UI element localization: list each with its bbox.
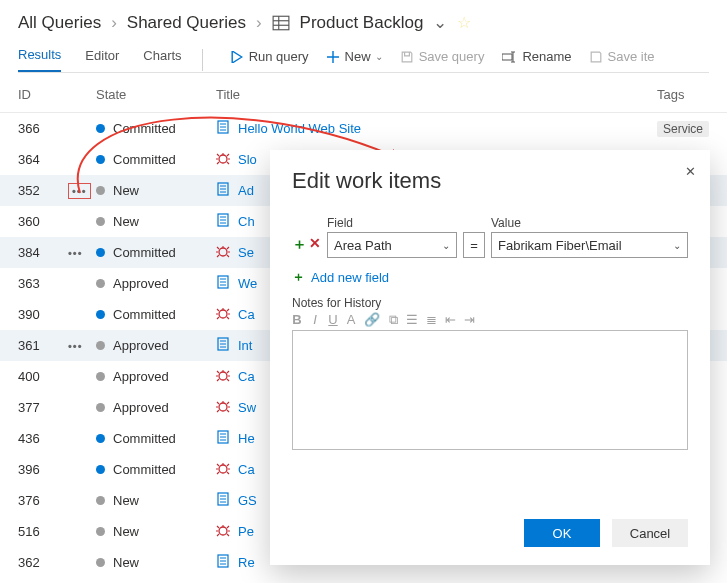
rte-btn-4[interactable]: 🔗 xyxy=(364,312,380,328)
cell-state: New xyxy=(96,214,216,229)
state-dot-icon xyxy=(96,496,105,505)
cell-state: Approved xyxy=(96,276,216,291)
svg-rect-4 xyxy=(502,54,512,60)
dialog-title: Edit work items xyxy=(292,168,688,194)
cell-state: Approved xyxy=(96,400,216,415)
cell-state: Committed xyxy=(96,462,216,477)
save-query-button[interactable]: Save query xyxy=(401,49,485,64)
cell-id: 516 xyxy=(18,524,68,539)
add-clause-icon[interactable]: ＋ xyxy=(292,235,307,254)
row-actions[interactable]: ••• xyxy=(68,183,96,198)
rename-button[interactable]: Rename xyxy=(502,49,571,64)
save-as-icon xyxy=(590,51,602,63)
cell-id: 360 xyxy=(18,214,68,229)
state-dot-icon xyxy=(96,186,105,195)
cell-id: 362 xyxy=(18,555,68,570)
favorite-star-icon[interactable]: ☆ xyxy=(457,13,471,32)
rte-btn-0[interactable]: B xyxy=(292,312,302,328)
bug-icon xyxy=(216,368,230,385)
cell-tags: Service xyxy=(657,121,727,136)
breadcrumb-folder[interactable]: Shared Queries xyxy=(127,13,246,33)
breadcrumb-query[interactable]: Product Backlog xyxy=(300,13,424,33)
tab-charts[interactable]: Charts xyxy=(143,48,181,71)
rte-btn-8[interactable]: ⇤ xyxy=(445,312,456,328)
svg-point-9 xyxy=(219,155,227,163)
rte-btn-9[interactable]: ⇥ xyxy=(464,312,475,328)
svg-point-29 xyxy=(219,403,227,411)
breadcrumb-root[interactable]: All Queries xyxy=(18,13,101,33)
cell-state: Committed xyxy=(96,245,216,260)
cell-state: Committed xyxy=(96,431,216,446)
rte-btn-5[interactable]: ⧉ xyxy=(388,312,398,328)
value-dropdown[interactable]: Fabrikam Fiber\Email ⌄ xyxy=(491,232,688,258)
table-row[interactable]: 366CommittedHello World Web SiteService xyxy=(0,113,727,144)
field-label: Field xyxy=(327,216,457,230)
row-actions[interactable]: ••• xyxy=(68,245,96,260)
tab-results[interactable]: Results xyxy=(18,47,61,72)
pbi-icon xyxy=(216,430,230,447)
plus-icon: ＋ xyxy=(292,268,305,286)
rte-btn-7[interactable]: ≣ xyxy=(426,312,437,328)
state-dot-icon xyxy=(96,279,105,288)
ellipsis-icon[interactable]: ••• xyxy=(68,183,91,199)
ok-button[interactable]: OK xyxy=(524,519,600,547)
state-dot-icon xyxy=(96,310,105,319)
cell-id: 400 xyxy=(18,369,68,384)
operator-dropdown[interactable]: = xyxy=(463,232,485,258)
cell-id: 377 xyxy=(18,400,68,415)
cell-state: New xyxy=(96,555,216,570)
cell-state: New xyxy=(96,183,216,198)
rename-icon xyxy=(502,51,516,63)
svg-rect-0 xyxy=(273,16,289,30)
ellipsis-icon[interactable]: ••• xyxy=(68,247,83,259)
col-tags[interactable]: Tags xyxy=(657,87,727,102)
notes-textarea[interactable] xyxy=(292,330,688,450)
bug-icon xyxy=(216,151,230,168)
close-icon[interactable]: ✕ xyxy=(685,164,696,179)
pbi-icon xyxy=(216,120,230,137)
pbi-icon xyxy=(216,554,230,571)
bug-icon xyxy=(216,461,230,478)
cell-id: 352 xyxy=(18,183,68,198)
chevron-down-icon: ⌄ xyxy=(442,240,450,251)
svg-point-39 xyxy=(219,527,227,535)
pbi-icon xyxy=(216,182,230,199)
rte-btn-1[interactable]: I xyxy=(310,312,320,328)
state-dot-icon xyxy=(96,217,105,226)
col-state[interactable]: State xyxy=(96,87,216,102)
rte-btn-3[interactable]: A xyxy=(346,312,356,328)
row-actions[interactable]: ••• xyxy=(68,338,96,353)
rte-btn-2[interactable]: U xyxy=(328,312,338,328)
cell-title[interactable]: Hello World Web Site xyxy=(216,120,657,137)
svg-point-18 xyxy=(219,248,227,256)
play-icon xyxy=(231,51,243,63)
cell-id: 363 xyxy=(18,276,68,291)
pbi-icon xyxy=(216,213,230,230)
save-as-button[interactable]: Save ite xyxy=(590,49,655,64)
cell-state: Approved xyxy=(96,369,216,384)
tab-editor[interactable]: Editor xyxy=(85,48,119,71)
cell-id: 390 xyxy=(18,307,68,322)
state-dot-icon xyxy=(96,372,105,381)
col-id[interactable]: ID xyxy=(18,87,68,102)
cell-state: Committed xyxy=(96,152,216,167)
remove-clause-icon[interactable]: ✕ xyxy=(309,235,321,254)
cell-id: 364 xyxy=(18,152,68,167)
separator xyxy=(202,49,203,71)
cell-state: Committed xyxy=(96,307,216,322)
state-dot-icon xyxy=(96,155,105,164)
rte-btn-6[interactable]: ☰ xyxy=(406,312,418,328)
cancel-button[interactable]: Cancel xyxy=(612,519,688,547)
bug-icon xyxy=(216,306,230,323)
ellipsis-icon[interactable]: ••• xyxy=(68,340,83,352)
state-dot-icon xyxy=(96,248,105,257)
tag-pill[interactable]: Service xyxy=(657,121,709,137)
chevron-down-icon[interactable]: ⌄ xyxy=(433,12,447,33)
add-new-field-link[interactable]: ＋ Add new field xyxy=(292,268,688,286)
col-title[interactable]: Title xyxy=(216,87,657,102)
bug-icon xyxy=(216,244,230,261)
cell-id: 361 xyxy=(18,338,68,353)
run-query-button[interactable]: Run query xyxy=(231,49,309,64)
field-dropdown[interactable]: Area Path ⌄ xyxy=(327,232,457,258)
new-button[interactable]: New ⌄ xyxy=(327,49,383,64)
